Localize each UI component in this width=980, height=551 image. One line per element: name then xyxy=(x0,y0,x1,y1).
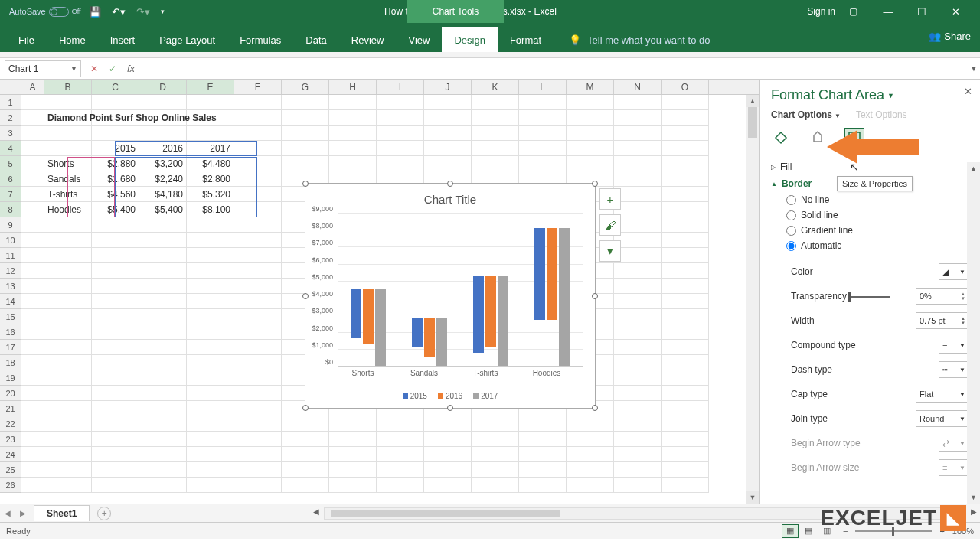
worksheet-grid[interactable]: A B C D E F G H I J K L M N O 12Diamond … xyxy=(0,80,760,504)
grid-cell[interactable] xyxy=(234,233,282,248)
grid-cell[interactable] xyxy=(92,217,139,233)
grid-cell[interactable] xyxy=(21,126,44,141)
grid-cell[interactable] xyxy=(377,95,424,110)
grid-cell[interactable] xyxy=(662,202,709,217)
grid-cell[interactable] xyxy=(92,370,139,386)
row-header[interactable]: 11 xyxy=(0,248,21,263)
grid-cell[interactable] xyxy=(187,217,234,233)
grid-cell[interactable] xyxy=(662,355,709,370)
col-header[interactable]: N xyxy=(614,80,662,94)
grid-cell[interactable] xyxy=(21,462,44,478)
grid-cell[interactable] xyxy=(662,233,709,248)
grid-cell[interactable] xyxy=(234,447,282,462)
grid-cell[interactable] xyxy=(187,126,234,141)
normal-view-button[interactable]: ▦ xyxy=(782,524,799,538)
grid-cell[interactable] xyxy=(519,478,567,493)
grid-cell[interactable] xyxy=(377,110,424,126)
formula-expand-icon[interactable]: ▼ xyxy=(968,65,980,73)
grid-cell[interactable] xyxy=(567,432,614,447)
grid-cell[interactable] xyxy=(614,401,662,416)
grid-cell[interactable]: 2015 xyxy=(92,141,139,156)
grid-cell[interactable] xyxy=(44,355,92,370)
grid-cell[interactable] xyxy=(139,126,187,141)
grid-cell[interactable] xyxy=(21,95,44,110)
grid-cell[interactable] xyxy=(424,478,472,493)
grid-cell[interactable] xyxy=(614,126,662,141)
add-sheet-button[interactable]: + xyxy=(97,507,111,520)
row-header[interactable]: 23 xyxy=(0,432,21,447)
grid-cell[interactable] xyxy=(234,416,282,432)
grid-cell[interactable] xyxy=(614,324,662,340)
grid-cell[interactable] xyxy=(472,126,519,141)
grid-cell[interactable] xyxy=(139,386,187,401)
border-automatic-radio[interactable]: Automatic xyxy=(760,238,980,253)
grid-cell[interactable] xyxy=(234,386,282,401)
grid-cell[interactable] xyxy=(662,324,709,340)
grid-cell[interactable] xyxy=(329,156,377,171)
grid-cell[interactable] xyxy=(139,309,187,324)
grid-cell[interactable] xyxy=(44,401,92,416)
grid-cell[interactable] xyxy=(519,432,567,447)
grid-cell[interactable] xyxy=(234,95,282,110)
grid-cell[interactable] xyxy=(662,478,709,493)
grid-cell[interactable] xyxy=(21,233,44,248)
row-header[interactable]: 8 xyxy=(0,202,21,217)
grid-cell[interactable] xyxy=(662,447,709,462)
grid-cell[interactable] xyxy=(234,156,282,171)
grid-cell[interactable] xyxy=(329,432,377,447)
grid-cell[interactable] xyxy=(662,279,709,294)
chart-title[interactable]: Chart Title xyxy=(305,193,595,206)
grid-cell[interactable] xyxy=(21,370,44,386)
grid-cell[interactable] xyxy=(662,309,709,324)
grid-cell[interactable] xyxy=(567,478,614,493)
grid-cell[interactable] xyxy=(92,462,139,478)
grid-cell[interactable] xyxy=(44,248,92,263)
grid-cell[interactable] xyxy=(234,340,282,355)
grid-cell[interactable] xyxy=(139,401,187,416)
grid-cell[interactable] xyxy=(187,355,234,370)
grid-cell[interactable] xyxy=(92,126,139,141)
grid-cell[interactable] xyxy=(614,187,662,202)
grid-cell[interactable] xyxy=(21,202,44,217)
grid-cell[interactable] xyxy=(21,171,44,187)
grid-cell[interactable] xyxy=(234,141,282,156)
grid-cell[interactable] xyxy=(21,141,44,156)
grid-cell[interactable] xyxy=(21,294,44,309)
grid-cell[interactable] xyxy=(519,462,567,478)
grid-cell[interactable]: Hoodies xyxy=(44,202,92,217)
grid-cell[interactable] xyxy=(662,126,709,141)
grid-cell[interactable] xyxy=(519,141,567,156)
grid-cell[interactable] xyxy=(187,370,234,386)
grid-cell[interactable] xyxy=(282,156,329,171)
grid-cell[interactable] xyxy=(329,95,377,110)
grid-cell[interactable] xyxy=(21,263,44,279)
share-button[interactable]: 👥 Share xyxy=(929,31,971,42)
grid-cell[interactable]: $5,320 xyxy=(187,187,234,202)
grid-cell[interactable] xyxy=(567,416,614,432)
grid-cell[interactable] xyxy=(92,95,139,110)
embedded-chart[interactable]: Chart Title $9,000$8,000$7,000$6,000$5,0… xyxy=(305,183,596,409)
grid-cell[interactable] xyxy=(21,386,44,401)
enter-formula-icon[interactable]: ✓ xyxy=(109,64,116,74)
grid-cell[interactable] xyxy=(234,370,282,386)
grid-cell[interactable] xyxy=(377,141,424,156)
grid-cell[interactable] xyxy=(662,340,709,355)
grid-cell[interactable] xyxy=(282,110,329,126)
color-picker-dropdown[interactable]: ◢▼ xyxy=(939,263,969,280)
tell-me-search[interactable]: 💡 Tell me what you want to do xyxy=(569,34,710,52)
tab-page-layout[interactable]: Page Layout xyxy=(147,27,227,52)
grid-cell[interactable] xyxy=(92,401,139,416)
grid-cell[interactable]: $2,240 xyxy=(139,171,187,187)
grid-cell[interactable] xyxy=(567,447,614,462)
grid-cell[interactable] xyxy=(139,478,187,493)
save-icon[interactable]: 💾 xyxy=(89,6,101,18)
row-header[interactable]: 12 xyxy=(0,263,21,279)
grid-cell[interactable]: $3,200 xyxy=(139,156,187,171)
grid-cell[interactable] xyxy=(329,110,377,126)
grid-cell[interactable] xyxy=(662,263,709,279)
grid-cell[interactable] xyxy=(567,126,614,141)
grid-cell[interactable] xyxy=(567,95,614,110)
grid-cell[interactable] xyxy=(519,416,567,432)
grid-cell[interactable] xyxy=(139,95,187,110)
row-header[interactable]: 10 xyxy=(0,233,21,248)
